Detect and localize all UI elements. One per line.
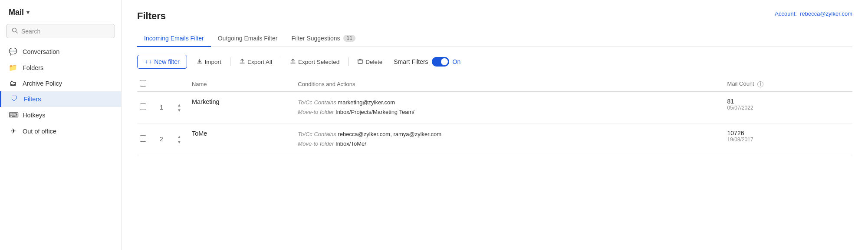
toggle-knob bbox=[441, 58, 448, 65]
tab-suggestions[interactable]: Filter Suggestions11 bbox=[284, 30, 362, 47]
table-row: 2 ▲ ▼ ToMe To/Cc Contains rebecca@zylker… bbox=[137, 123, 852, 155]
app-title-text: Mail bbox=[9, 8, 24, 17]
cond-label-1-0: To/Cc Contains bbox=[298, 99, 338, 106]
order-arrows-0[interactable]: ▲ ▼ bbox=[177, 103, 181, 113]
account-email: rebecca@zylker.com bbox=[800, 10, 852, 17]
sidebar-item-filters[interactable]: ⛉ Filters bbox=[0, 91, 121, 107]
sidebar-item-out-of-office[interactable]: ✈ Out of office bbox=[0, 123, 121, 139]
app-title-chevron: ▾ bbox=[26, 9, 30, 16]
table-header-row: Name Conditions and Actions Mail Count i bbox=[137, 77, 852, 92]
main-content: Filters Account: rebecca@zylker.com Inco… bbox=[122, 0, 868, 250]
separator-3 bbox=[348, 57, 349, 66]
smart-filters-toggle-wrapper[interactable]: On bbox=[432, 57, 461, 67]
sidebar-item-label-out-of-office: Out of office bbox=[23, 128, 56, 135]
arrow-up-0: ▲ bbox=[177, 103, 181, 107]
toggle-state-label: On bbox=[453, 58, 461, 65]
sidebar-item-label-filters: Filters bbox=[24, 96, 41, 103]
cond-label-2-1: Move-to folder bbox=[298, 140, 335, 147]
col-header-conditions: Conditions and Actions bbox=[293, 77, 722, 92]
row-num-0: 1 bbox=[155, 92, 172, 123]
mailcount-info-icon[interactable]: i bbox=[757, 81, 763, 87]
row-arrows-1[interactable]: ▲ ▼ bbox=[172, 123, 187, 155]
mail-count-value-0: 81 bbox=[727, 98, 847, 105]
row-check-0[interactable] bbox=[137, 92, 155, 123]
condition-row-2-0: Move-to folder Inbox/Projects/Marketing … bbox=[298, 107, 717, 117]
smart-filters-toggle[interactable] bbox=[432, 57, 449, 67]
out-of-office-icon: ✈ bbox=[9, 127, 17, 135]
order-arrows-1[interactable]: ▲ ▼ bbox=[177, 134, 181, 144]
cond-value-2-1: Inbox/ToMe/ bbox=[335, 140, 366, 147]
cond-label-2-0: Move-to folder bbox=[298, 109, 335, 115]
row-num-1: 2 bbox=[155, 123, 172, 155]
import-icon bbox=[197, 58, 203, 66]
delete-label: Delete bbox=[365, 59, 382, 65]
row-conditions-0: To/Cc Contains marketing@zylker.com Move… bbox=[293, 92, 722, 123]
col-header-check bbox=[137, 77, 155, 92]
export-all-label: Export All bbox=[247, 59, 272, 65]
separator-1 bbox=[230, 57, 230, 66]
page-title: Filters bbox=[137, 10, 166, 22]
table-row: 1 ▲ ▼ Marketing To/Cc Contains marketing… bbox=[137, 92, 852, 123]
col-header-name: Name bbox=[187, 77, 293, 92]
row-checkbox-1[interactable] bbox=[140, 135, 146, 142]
cond-value-2-0: Inbox/Projects/Marketing Team/ bbox=[335, 109, 414, 115]
sidebar-item-label-hotkeys: Hotkeys bbox=[23, 112, 45, 119]
row-mailcount-1: 10726 19/08/2017 bbox=[722, 123, 852, 155]
search-box[interactable]: Search bbox=[6, 24, 115, 38]
import-button[interactable]: Import bbox=[192, 56, 226, 68]
condition-row-1-1: To/Cc Contains rebecca@zylker.com, ramya… bbox=[298, 130, 717, 139]
hotkeys-icon: ⌨ bbox=[9, 111, 17, 119]
mail-date-value-0: 05/07/2022 bbox=[727, 105, 847, 111]
export-all-icon bbox=[239, 58, 245, 66]
sidebar-item-label-folders: Folders bbox=[23, 64, 43, 71]
arrow-up-1: ▲ bbox=[177, 134, 181, 139]
mail-date-value-1: 19/08/2017 bbox=[727, 137, 847, 143]
arrow-down-0: ▼ bbox=[177, 108, 181, 113]
tab-badge-suggestions: 11 bbox=[343, 35, 355, 42]
main-header: Filters Account: rebecca@zylker.com bbox=[137, 10, 852, 22]
filter-name-0: Marketing bbox=[192, 98, 220, 105]
smart-filters-label: Smart Filters bbox=[394, 58, 428, 65]
account-label: Account: bbox=[775, 10, 797, 17]
toolbar: + + New filter Import Export All Export … bbox=[137, 55, 852, 69]
sidebar-item-archive-policy[interactable]: 🗂 Archive Policy bbox=[0, 76, 121, 91]
export-selected-icon bbox=[290, 58, 296, 66]
col-header-num bbox=[155, 77, 172, 92]
new-filter-plus: + bbox=[145, 58, 148, 65]
svg-rect-2 bbox=[358, 60, 362, 63]
new-filter-button[interactable]: + + New filter bbox=[137, 55, 187, 69]
sidebar-item-conversation[interactable]: 💬 Conversation bbox=[0, 43, 121, 60]
delete-icon bbox=[357, 58, 363, 66]
sidebar-item-hotkeys[interactable]: ⌨ Hotkeys bbox=[0, 107, 121, 123]
cond-value-1-0: marketing@zylker.com bbox=[338, 99, 395, 106]
filters-table: Name Conditions and Actions Mail Count i… bbox=[137, 77, 852, 155]
export-all-button[interactable]: Export All bbox=[235, 56, 276, 68]
export-selected-label: Export Selected bbox=[298, 59, 339, 65]
archive-policy-icon: 🗂 bbox=[9, 80, 17, 87]
sidebar-item-label-conversation: Conversation bbox=[23, 48, 59, 55]
sidebar-item-folders[interactable]: 📁 Folders bbox=[0, 60, 121, 76]
row-name-0: Marketing bbox=[187, 92, 293, 123]
mail-count-value-1: 10726 bbox=[727, 130, 847, 137]
arrow-down-1: ▼ bbox=[177, 140, 181, 144]
tab-outgoing[interactable]: Outgoing Emails Filter bbox=[211, 30, 285, 47]
delete-button[interactable]: Delete bbox=[353, 56, 387, 68]
cond-label-1-1: To/Cc Contains bbox=[298, 131, 338, 137]
tab-label-suggestions: Filter Suggestions bbox=[291, 35, 340, 42]
svg-line-1 bbox=[16, 32, 18, 33]
row-arrows-0[interactable]: ▲ ▼ bbox=[172, 92, 187, 123]
select-all-checkbox[interactable] bbox=[140, 80, 146, 87]
row-conditions-1: To/Cc Contains rebecca@zylker.com, ramya… bbox=[293, 123, 722, 155]
tab-incoming[interactable]: Incoming Emails Filter bbox=[137, 30, 211, 47]
search-icon bbox=[12, 27, 18, 35]
folders-icon: 📁 bbox=[9, 63, 17, 72]
export-selected-button[interactable]: Export Selected bbox=[286, 56, 344, 68]
filters-icon: ⛉ bbox=[10, 95, 19, 103]
app-title[interactable]: Mail ▾ bbox=[0, 8, 121, 23]
new-filter-label: + New filter bbox=[149, 58, 179, 65]
account-info: Account: rebecca@zylker.com bbox=[775, 10, 852, 17]
row-checkbox-0[interactable] bbox=[140, 103, 146, 110]
tab-label-incoming: Incoming Emails Filter bbox=[144, 35, 204, 42]
filter-name-1: ToMe bbox=[192, 130, 207, 137]
row-check-1[interactable] bbox=[137, 123, 155, 155]
